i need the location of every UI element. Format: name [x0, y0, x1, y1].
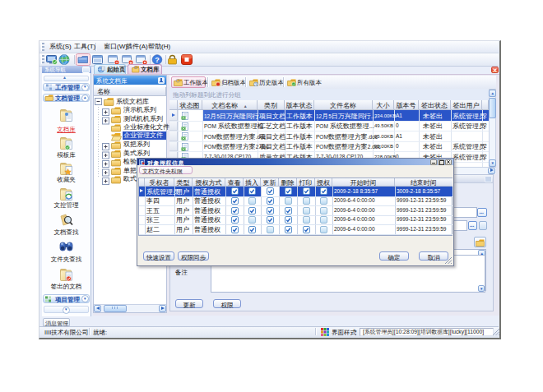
svg-text:?: ? [155, 56, 160, 64]
